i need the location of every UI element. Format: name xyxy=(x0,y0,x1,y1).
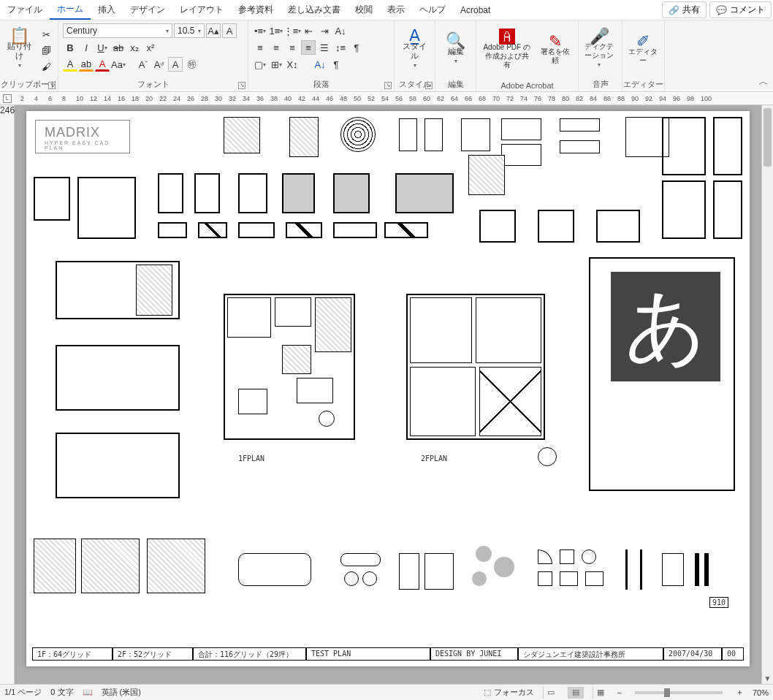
status-words[interactable]: 0 文字 xyxy=(50,687,73,698)
menu-references[interactable]: 参考資料 xyxy=(231,1,281,19)
styles-dialog-launcher[interactable]: ↘ xyxy=(425,82,433,89)
italic-button[interactable]: I xyxy=(79,40,94,55)
status-language[interactable]: 英語 (米国) xyxy=(102,687,141,698)
menu-view[interactable]: 表示 xyxy=(380,1,412,19)
sort-button[interactable]: A↓ xyxy=(333,23,348,38)
dimension-label: 910 xyxy=(709,597,728,608)
menu-acrobat[interactable]: Acrobat xyxy=(453,2,498,18)
adobe-sign-button[interactable]: ✎ 署名を依頼 xyxy=(537,23,574,77)
zoom-slider[interactable] xyxy=(635,691,723,694)
borders-button[interactable]: ⊞▾ xyxy=(269,57,283,72)
font-dialog-launcher[interactable]: ↘ xyxy=(238,82,245,89)
scroll-thumb-v[interactable] xyxy=(764,108,772,167)
font-name-select[interactable]: Century▾ xyxy=(63,23,172,38)
align-left-button[interactable]: ≡ xyxy=(253,40,267,55)
multilevel-button[interactable]: ⋮≡▾ xyxy=(285,23,300,38)
superscript-button[interactable]: x² xyxy=(143,40,158,55)
indent-dec-button[interactable]: ⇤ xyxy=(301,23,316,38)
clear-format-button[interactable]: A↺ xyxy=(152,57,167,72)
char-border-button[interactable]: A xyxy=(168,57,183,72)
view-print-button[interactable]: ▤ xyxy=(568,687,584,699)
shrink-font-button[interactable]: A xyxy=(222,23,237,38)
ribbon: 📋 貼り付け ▾ ✂ 🗐 🖌 クリップボード ↘ Century▾ 10.5▾ … xyxy=(0,20,773,92)
focus-mode-button[interactable]: ⬚ フォーカス xyxy=(484,687,533,698)
align-justify-button[interactable]: ≡ xyxy=(301,40,316,55)
menu-insert[interactable]: 挿入 xyxy=(91,1,123,19)
room-icon xyxy=(410,297,472,363)
font-color-button[interactable]: A xyxy=(95,57,110,72)
zoom-out-button[interactable]: − xyxy=(617,688,622,697)
paste-button[interactable]: 📋 貼り付け ▾ xyxy=(4,23,34,77)
shading-button[interactable]: ▢▾ xyxy=(253,57,267,72)
grow-font-button[interactable]: A▴ xyxy=(206,23,221,38)
bullets-button[interactable]: •≡▾ xyxy=(253,23,267,38)
paragraph-group-label: 段落 xyxy=(248,79,394,90)
menu-mailings[interactable]: 差し込み文書 xyxy=(281,1,348,19)
sort-az-button[interactable]: A↓ xyxy=(313,57,327,72)
subscript-button[interactable]: x₂ xyxy=(127,40,142,55)
phonetic-button[interactable]: Aˇ xyxy=(136,57,151,72)
window-icon xyxy=(333,222,377,238)
numbering-button[interactable]: 1≡▾ xyxy=(269,23,283,38)
document-area[interactable]: MADRIX HYPER EASY CAD PLAN xyxy=(15,105,761,684)
group-font: Century▾ 10.5▾ A▴ A B I U▾ ab x₂ x² A ab… xyxy=(58,20,248,91)
bold-button[interactable]: B xyxy=(63,40,77,55)
zoom-slider-thumb[interactable] xyxy=(664,688,670,697)
enclose-char-button[interactable]: ㊕ xyxy=(184,57,199,72)
collapse-ribbon-button[interactable]: ︿ xyxy=(758,75,769,88)
show-marks-button[interactable]: ¶ xyxy=(349,40,364,55)
find-icon: 🔍 xyxy=(446,36,465,45)
cut-button[interactable]: ✂ xyxy=(39,27,53,42)
comment-button[interactable]: 💬コメント xyxy=(709,1,772,18)
adobe-create-button[interactable]: 🅰 Adobe PDF の作成および共有 xyxy=(481,23,533,77)
rug-icon xyxy=(282,173,315,213)
menu-layout[interactable]: レイアウト xyxy=(172,1,231,19)
copy-button[interactable]: 🗐 xyxy=(39,43,53,58)
share-button[interactable]: 🔗共有 xyxy=(662,1,707,18)
menu-help[interactable]: ヘルプ xyxy=(412,1,453,19)
editor-button[interactable]: ✐ エディター xyxy=(627,23,659,77)
void-icon xyxy=(479,367,541,436)
text-direction-button[interactable]: X↕ xyxy=(285,57,300,72)
tab-selector[interactable]: L xyxy=(3,94,12,103)
ruler-vertical[interactable]: 2468101214161820222426283032343638 xyxy=(0,105,15,684)
align-right-button[interactable]: ≡ xyxy=(285,40,300,55)
strike-button[interactable]: ab xyxy=(111,40,126,55)
editing-button[interactable]: 🔍 編集 ▾ xyxy=(440,23,471,77)
font-size-select[interactable]: 10.5▾ xyxy=(174,23,205,38)
align-center-button[interactable]: ≡ xyxy=(269,40,283,55)
line-spacing-button[interactable]: ↕≡ xyxy=(333,40,348,55)
view-read-button[interactable]: ▭ xyxy=(543,687,559,699)
menu-file[interactable]: ファイル xyxy=(0,1,50,19)
paragraph-marks-button[interactable]: ¶ xyxy=(329,57,343,72)
ruler-horizontal[interactable]: L 24681012141618202224262830323436384042… xyxy=(0,92,773,105)
menu-review[interactable]: 校閲 xyxy=(348,1,380,19)
spellcheck-icon[interactable]: 📖 xyxy=(83,688,93,697)
highlight-button[interactable]: A xyxy=(63,57,77,72)
change-case-button[interactable]: Aa▾ xyxy=(111,57,126,72)
styles-button[interactable]: A̲ スタイル ▾ xyxy=(399,23,430,77)
underline-button[interactable]: U▾ xyxy=(95,40,110,55)
indent-inc-button[interactable]: ⇥ xyxy=(317,23,332,38)
format-painter-button[interactable]: 🖌 xyxy=(39,59,53,74)
distribute-button[interactable]: ☰ xyxy=(317,40,332,55)
zoom-value[interactable]: 70% xyxy=(753,688,769,697)
group-editor: ✐ エディター エディター xyxy=(622,20,665,91)
paragraph-dialog-launcher[interactable]: ↘ xyxy=(384,82,392,89)
window-icon xyxy=(286,222,322,238)
status-page[interactable]: 1/1 ページ xyxy=(4,687,42,698)
furniture-icon xyxy=(560,118,600,132)
dictate-button[interactable]: 🎤 ディクテーション ▾ xyxy=(583,23,615,77)
scrollbar-vertical[interactable]: ▲ ▼ xyxy=(761,105,773,684)
menu-design[interactable]: デザイン xyxy=(123,1,172,19)
zoom-in-button[interactable]: ＋ xyxy=(736,687,744,698)
symbol-icon xyxy=(582,549,596,564)
page[interactable]: MADRIX HYPER EASY CAD PLAN xyxy=(26,111,750,666)
menu-home[interactable]: ホーム xyxy=(50,0,91,20)
text-effects-button[interactable]: ab xyxy=(79,57,94,72)
stairs-icon xyxy=(289,117,319,157)
scroll-down-arrow[interactable]: ▼ xyxy=(762,674,773,682)
clipboard-dialog-launcher[interactable]: ↘ xyxy=(48,82,56,89)
view-web-button[interactable]: ▦ xyxy=(593,687,609,699)
room-icon xyxy=(713,180,742,239)
